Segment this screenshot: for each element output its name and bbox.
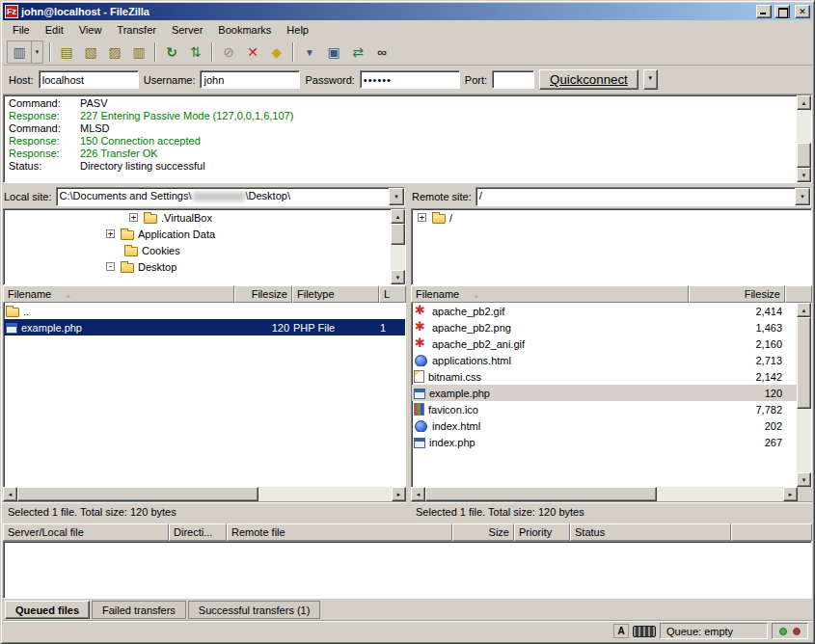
minimize-button[interactable]: [756, 5, 772, 18]
scrollbar-thumb[interactable]: [425, 487, 657, 501]
site-manager-button[interactable]: ▼: [7, 40, 43, 64]
scrollbar-thumb[interactable]: [17, 487, 258, 501]
scrollbar-thumb[interactable]: [797, 143, 811, 168]
scroll-down-icon[interactable]: ▼: [797, 168, 811, 182]
keyboard-icon[interactable]: [633, 626, 656, 637]
scroll-right-icon[interactable]: ►: [783, 487, 798, 501]
username-input[interactable]: [200, 70, 300, 89]
tree-expander-icon[interactable]: +: [106, 229, 115, 238]
column-header-status[interactable]: Status: [570, 523, 731, 541]
file-row[interactable]: apache_pb2_ani.gif2,160: [412, 335, 797, 352]
scroll-up-icon[interactable]: ▲: [391, 209, 405, 224]
column-header-size[interactable]: Size: [452, 523, 514, 541]
reconnect-icon[interactable]: [265, 41, 288, 63]
toggle-message-log-icon[interactable]: [55, 41, 78, 63]
refresh-icon[interactable]: [160, 41, 183, 63]
file-row[interactable]: bitnami.css2,142: [412, 368, 797, 385]
remote-horizontal-scrollbar[interactable]: ◄ ►: [411, 487, 798, 501]
tree-expander-icon[interactable]: +: [418, 213, 426, 222]
process-queue-icon[interactable]: [184, 41, 207, 63]
toggle-remote-tree-icon[interactable]: [103, 41, 126, 63]
filezilla-window: Fz john@localhost - FileZilla File Edit …: [0, 0, 815, 644]
combo-dropdown-icon[interactable]: ▼: [795, 188, 810, 205]
password-input[interactable]: [360, 70, 460, 89]
local-pane: Local site: C:\Documents and Settings\\D…: [3, 186, 406, 521]
column-header-filesize[interactable]: Filesize: [689, 285, 785, 303]
remote-list-vertical-scrollbar[interactable]: ▲ ▼: [797, 303, 811, 487]
column-header-filename[interactable]: Filename: [3, 285, 234, 303]
cancel-operation-icon[interactable]: [217, 41, 240, 63]
file-row[interactable]: apache_pb2.gif2,414: [412, 303, 797, 319]
port-input[interactable]: [492, 70, 534, 89]
tree-expander-icon[interactable]: +: [129, 213, 138, 222]
synchronized-browsing-icon[interactable]: [346, 41, 369, 63]
menu-transfer[interactable]: Transfer: [109, 22, 164, 38]
log-vertical-scrollbar[interactable]: ▲ ▼: [797, 95, 811, 182]
file-row[interactable]: applications.html2,713: [412, 352, 797, 368]
png-file-icon: [414, 321, 428, 334]
tree-item[interactable]: +.VirtualBox: [4, 209, 405, 226]
file-row-selected[interactable]: example.php 120 PHP File 1: [4, 319, 405, 335]
local-site-combobox[interactable]: C:\Documents and Settings\\Desktop\ ▼: [56, 187, 405, 206]
titlebar[interactable]: Fz john@localhost - FileZilla: [3, 3, 812, 20]
transfer-type-icon[interactable]: A: [613, 624, 629, 638]
file-row[interactable]: favicon.ico7,782: [412, 401, 797, 417]
local-horizontal-scrollbar[interactable]: ◄ ►: [3, 487, 406, 501]
tree-item[interactable]: +/: [412, 209, 811, 226]
scroll-up-icon[interactable]: ▲: [797, 303, 811, 317]
site-manager-dropdown-icon[interactable]: ▼: [31, 41, 42, 63]
close-button[interactable]: [795, 5, 810, 18]
compare-directories-icon[interactable]: [322, 41, 345, 63]
file-row[interactable]: apache_pb2.png1,463: [412, 319, 797, 335]
scroll-up-icon[interactable]: ▲: [797, 95, 811, 110]
column-header-priority[interactable]: Priority: [514, 523, 570, 541]
toggle-queue-icon[interactable]: [127, 41, 150, 63]
tree-item[interactable]: Cookies: [4, 242, 405, 258]
scroll-down-icon[interactable]: ▼: [797, 472, 811, 487]
scroll-left-icon[interactable]: ◄: [411, 487, 425, 501]
remote-site-combobox[interactable]: / ▼: [475, 187, 811, 206]
menu-bookmarks[interactable]: Bookmarks: [210, 22, 279, 38]
tab-successful-transfers[interactable]: Successful transfers (1): [188, 601, 321, 619]
tab-queued-files[interactable]: Queued files: [5, 601, 90, 619]
send-indicator-icon: [779, 628, 787, 635]
toolbar-separator: [49, 42, 51, 62]
maximize-button[interactable]: [774, 5, 790, 18]
menu-help[interactable]: Help: [279, 22, 316, 38]
tab-failed-transfers[interactable]: Failed transfers: [92, 601, 186, 619]
host-input[interactable]: [39, 70, 139, 89]
tree-expander-icon[interactable]: -: [106, 262, 115, 271]
scroll-left-icon[interactable]: ◄: [3, 487, 17, 501]
file-row-selected[interactable]: example.php120: [412, 385, 797, 401]
column-header-direction[interactable]: Directi...: [169, 523, 227, 541]
local-tree-vertical-scrollbar[interactable]: ▲ ▼: [391, 209, 405, 284]
column-header-filename[interactable]: Filename: [411, 285, 689, 303]
quickconnect-button[interactable]: Quickconnect: [539, 69, 638, 90]
scroll-down-icon[interactable]: ▼: [391, 270, 405, 284]
menu-file[interactable]: File: [5, 22, 38, 38]
find-files-icon[interactable]: [370, 41, 394, 63]
menu-edit[interactable]: Edit: [38, 22, 71, 38]
scroll-right-icon[interactable]: ►: [392, 487, 406, 501]
activity-indicator-panel: [772, 623, 808, 639]
quickconnect-dropdown-icon[interactable]: ▼: [643, 69, 658, 90]
column-header-filesize[interactable]: Filesize: [234, 285, 292, 303]
menu-view[interactable]: View: [71, 22, 110, 38]
toggle-local-tree-icon[interactable]: [79, 41, 102, 63]
filter-icon[interactable]: [298, 41, 321, 63]
file-row[interactable]: ..: [4, 303, 405, 319]
file-row[interactable]: index.html202: [412, 417, 797, 434]
column-header-server-local-file[interactable]: Server/Local file: [3, 523, 169, 541]
scrollbar-thumb[interactable]: [797, 317, 811, 409]
combo-dropdown-icon[interactable]: ▼: [389, 188, 404, 205]
scrollbar-thumb[interactable]: [391, 224, 405, 245]
file-row[interactable]: index.php267: [412, 434, 797, 450]
tree-item[interactable]: -Desktop: [4, 258, 405, 275]
column-header-remote-file[interactable]: Remote file: [227, 523, 452, 541]
column-header-lastmodified[interactable]: L: [379, 285, 406, 303]
remote-directory-tree: +/: [411, 208, 812, 285]
tree-item[interactable]: +Application Data: [4, 226, 405, 242]
disconnect-icon[interactable]: [241, 41, 264, 63]
column-header-filetype[interactable]: Filetype: [292, 285, 379, 303]
menu-server[interactable]: Server: [164, 22, 210, 38]
